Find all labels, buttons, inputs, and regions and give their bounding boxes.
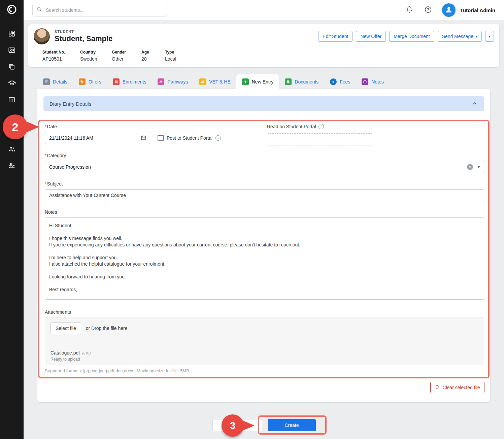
sidebar-item-settings[interactable]: [0, 159, 24, 174]
tab-pathways[interactable]: Pathways: [152, 74, 194, 89]
attached-file-size: 26 KB: [81, 351, 91, 355]
category-select[interactable]: Course Progression: [45, 161, 484, 173]
sidebar-item-courses[interactable]: [0, 76, 24, 91]
post-to-portal-info-icon[interactable]: [215, 135, 221, 141]
student-name: Student, Sample: [55, 34, 112, 43]
people-icon: [8, 145, 16, 155]
dashboard-icon: [8, 30, 15, 39]
category-dropdown-caret-icon[interactable]: [478, 165, 480, 169]
graduation-cap-icon: [8, 79, 16, 89]
user-name[interactable]: Tutorial Admin: [460, 7, 495, 13]
step-2-arrow: [25, 121, 39, 133]
sidebar-item-reports[interactable]: [0, 93, 24, 108]
sidebar-item-agents[interactable]: [0, 142, 24, 157]
new-offer-button[interactable]: New Offer: [356, 31, 386, 42]
notifications-button[interactable]: [404, 5, 414, 15]
app-logo[interactable]: [0, 0, 24, 20]
date-label: Date: [45, 124, 484, 129]
offers-tab-icon: [79, 78, 86, 85]
pathways-tab-icon: [158, 78, 164, 85]
cancel-button[interactable]: [212, 419, 262, 431]
category-clear-icon[interactable]: [467, 164, 473, 170]
create-button[interactable]: Create: [268, 419, 316, 431]
student-avatar: [34, 28, 50, 44]
collapse-chevron-icon[interactable]: [471, 100, 478, 107]
subject-input[interactable]: [45, 189, 484, 201]
post-to-portal-label: Post to Student Portal: [167, 135, 212, 141]
tab-enrolments[interactable]: Enrolments: [107, 74, 152, 89]
country-value: Sweden: [80, 56, 112, 62]
student-no-label: Student No.: [42, 50, 80, 55]
calendar-icon[interactable]: [140, 135, 146, 142]
help-icon: ?: [424, 6, 432, 15]
diary-entry-form: Date 21/11/2024 11:16 AM Post to Student…: [45, 119, 484, 373]
diary-entry-details-header[interactable]: Diary Entry Details: [43, 96, 484, 111]
tab-documents[interactable]: Documents: [279, 74, 324, 89]
sidebar: [0, 0, 24, 439]
clear-selected-file-button[interactable]: Clear selected file: [430, 382, 484, 393]
tab-new-entry[interactable]: New Entry: [236, 74, 279, 89]
gender-value: Other: [112, 56, 141, 62]
tab-vet-he[interactable]: VET & HE: [194, 74, 236, 89]
trash-icon: [435, 384, 440, 391]
bell-icon: [406, 6, 413, 14]
panel-title: Diary Entry Details: [49, 101, 91, 107]
merge-document-button[interactable]: Merge Document: [389, 31, 434, 42]
notes-tab-icon: [362, 78, 368, 85]
edit-student-button[interactable]: Edit Student: [318, 31, 352, 42]
sidebar-item-documents[interactable]: [0, 60, 24, 75]
user-avatar[interactable]: [442, 3, 456, 17]
notes-textarea[interactable]: Hi Student, I hope this message finds yo…: [45, 217, 484, 300]
documents-icon: [8, 63, 15, 72]
gender-label: Gender: [112, 50, 141, 55]
search-input[interactable]: [45, 7, 163, 13]
topbar: ? Tutorial Admin: [24, 0, 504, 20]
vet-he-tab-icon: [199, 78, 206, 85]
details-tab-icon: [43, 78, 50, 85]
tab-fees[interactable]: $ Fees: [324, 74, 356, 89]
country-label: Country: [80, 50, 112, 55]
age-value: 20: [141, 56, 165, 62]
svg-text:$: $: [332, 80, 334, 83]
student-type-label: STUDENT: [55, 30, 112, 34]
attached-file-status: Ready to upload: [51, 357, 478, 362]
contacts-icon: [8, 46, 15, 55]
date-input[interactable]: 21/11/2024 11:16 AM: [45, 132, 150, 144]
read-on-portal-label: Read on Student Portal: [267, 124, 316, 129]
type-value: Local: [165, 56, 176, 62]
type-label: Type: [165, 50, 176, 55]
documents-tab-icon: [285, 78, 292, 85]
enrolments-tab-icon: [113, 78, 120, 85]
svg-text:?: ?: [427, 7, 429, 11]
notes-label: Notes: [45, 209, 484, 215]
sliders-icon: [8, 162, 15, 171]
supported-formats-note: Supported formats: jpg,png,jpeg,pdf,doc,…: [45, 368, 484, 373]
category-label: Category: [45, 153, 484, 158]
post-to-portal-checkbox[interactable]: [158, 135, 164, 141]
student-header-card: STUDENT Student, Sample Edit Student New…: [28, 24, 499, 67]
read-on-portal-info-icon[interactable]: [318, 124, 324, 129]
student-tabs: Details Offers Enrolments Pathways VET &…: [37, 74, 390, 89]
search-icon: [37, 7, 42, 13]
attachments-label: Attachments: [45, 309, 484, 315]
app-logo-icon: [6, 4, 17, 16]
file-dropzone[interactable]: Select file or Drop the file here Catalo…: [45, 317, 484, 365]
sidebar-item-dashboard[interactable]: [0, 27, 24, 42]
more-actions-dropdown-button[interactable]: [485, 31, 494, 42]
subject-label: Subject: [45, 181, 484, 187]
send-message-button[interactable]: Send Message: [438, 31, 482, 42]
select-file-button[interactable]: Select file: [51, 322, 81, 334]
drop-hint: or Drop the file here: [86, 326, 128, 331]
age-label: Age: [141, 50, 165, 55]
sidebar-item-contacts[interactable]: [0, 43, 24, 58]
tab-offers[interactable]: Offers: [73, 74, 107, 89]
fees-tab-icon: $: [330, 78, 337, 85]
help-button[interactable]: ?: [423, 5, 433, 15]
tab-notes[interactable]: Notes: [356, 74, 390, 89]
student-no-value: AP10501: [42, 56, 80, 62]
attached-file-name: Catalogue.pdf: [51, 350, 80, 356]
read-on-portal-field: [267, 133, 373, 145]
new-entry-tab-icon: [242, 78, 249, 85]
student-search: [32, 4, 167, 16]
tab-details[interactable]: Details: [37, 74, 73, 89]
